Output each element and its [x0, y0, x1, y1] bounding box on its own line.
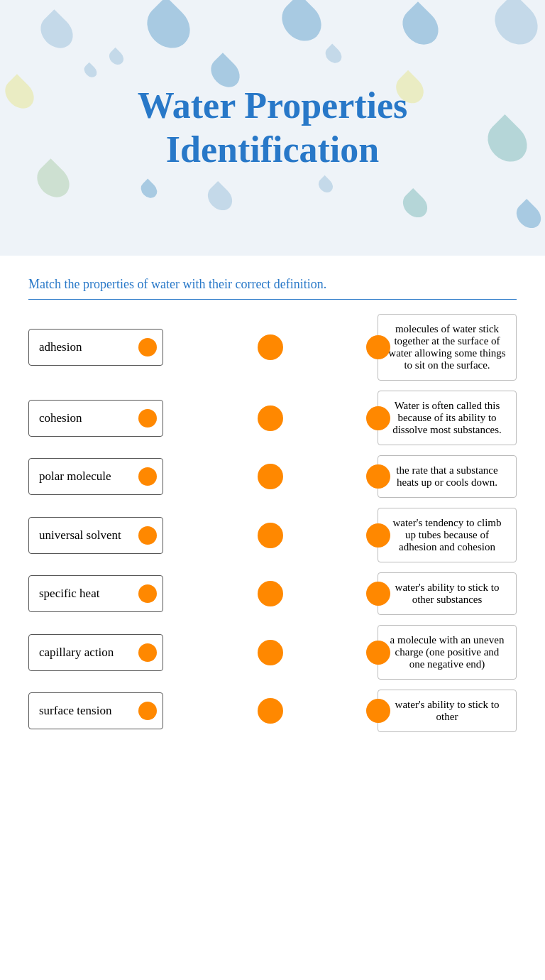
definition-text: water's tendency to climb up tubes becau…: [392, 517, 501, 552]
term-box[interactable]: cohesion: [28, 400, 163, 437]
center-connector-dot: [258, 640, 283, 665]
definition-box[interactable]: a molecule with an uneven charge (one po…: [378, 625, 517, 680]
water-drop-decoration: [138, 179, 160, 202]
water-drop-decoration: [274, 0, 329, 49]
water-drop-decoration: [203, 181, 237, 215]
term-box[interactable]: universal solvent: [28, 517, 163, 554]
connector-spacer: [163, 405, 378, 431]
water-drop-decoration: [0, 74, 40, 114]
match-row: specific heatwater's ability to stick to…: [28, 572, 517, 615]
definition-text: Water is often called this because of it…: [392, 400, 502, 435]
header: Water Properties Identification: [0, 0, 545, 256]
term-label: capillary action: [39, 646, 114, 660]
term-label: universal solvent: [39, 528, 121, 543]
definition-box[interactable]: water's ability to stick to other: [378, 690, 517, 732]
center-connector-dot: [258, 523, 283, 548]
center-connector-dot: [258, 698, 283, 724]
term-connector-dot: [138, 702, 157, 720]
term-label: surface tension: [39, 704, 111, 718]
content-area: Match the properties of water with their…: [0, 256, 545, 980]
term-box[interactable]: surface tension: [28, 692, 163, 729]
water-drop-decoration: [486, 0, 545, 53]
def-connector-dot: [366, 464, 390, 489]
matching-container: adhesionmolecules of water stick togethe…: [28, 314, 517, 742]
definition-text: a molecule with an uneven charge (one po…: [390, 634, 505, 670]
term-connector-dot: [138, 409, 157, 428]
connector-spacer: [163, 640, 378, 665]
water-drop-decoration: [480, 114, 535, 170]
connector-spacer: [163, 464, 378, 489]
center-connector-dot: [258, 581, 283, 606]
definition-box[interactable]: water's ability to stick to other substa…: [378, 572, 517, 615]
water-drop-decoration: [138, 0, 199, 57]
water-drop-decoration: [82, 62, 99, 80]
definition-box[interactable]: water's tendency to climb up tubes becau…: [378, 508, 517, 562]
term-connector-dot: [138, 584, 157, 603]
water-drop-decoration: [316, 175, 336, 195]
definition-text: water's ability to stick to other substa…: [395, 582, 500, 605]
match-row: universal solventwater's tendency to cli…: [28, 508, 517, 562]
center-connector-dot: [258, 405, 283, 431]
water-drop-decoration: [34, 9, 79, 55]
match-row: surface tensionwater's ability to stick …: [28, 690, 517, 732]
term-connector-dot: [138, 643, 157, 662]
water-drop-decoration: [398, 188, 432, 222]
match-row: capillary actiona molecule with an uneve…: [28, 625, 517, 680]
connector-spacer: [163, 698, 378, 724]
def-connector-dot: [366, 641, 390, 665]
water-drop-decoration: [106, 48, 126, 67]
def-connector-dot: [366, 582, 390, 606]
water-drop-decoration: [512, 199, 545, 233]
match-row: polar moleculethe rate that a substance …: [28, 455, 517, 498]
definition-text: molecules of water stick together at the…: [388, 323, 505, 371]
water-drop-decoration: [395, 1, 446, 52]
def-connector-dot: [366, 335, 390, 359]
term-label: adhesion: [39, 340, 82, 354]
term-box[interactable]: polar molecule: [28, 458, 163, 495]
term-connector-dot: [138, 526, 157, 545]
definition-text: water's ability to stick to other: [395, 699, 500, 722]
page-title: Water Properties Identification: [138, 84, 408, 173]
term-label: polar molecule: [39, 469, 111, 484]
connector-spacer: [163, 581, 378, 606]
term-box[interactable]: capillary action: [28, 634, 163, 671]
match-row: cohesionWater is often called this becau…: [28, 391, 517, 445]
definition-box[interactable]: the rate that a substance heats up or co…: [378, 455, 517, 498]
def-connector-dot: [366, 523, 390, 548]
term-connector-dot: [138, 338, 157, 356]
term-label: specific heat: [39, 587, 99, 601]
def-connector-dot: [366, 406, 390, 430]
water-drop-decoration: [31, 158, 76, 204]
def-connector-dot: [366, 699, 390, 723]
water-drop-decoration: [322, 44, 345, 67]
term-box[interactable]: specific heat: [28, 575, 163, 612]
match-row: adhesionmolecules of water stick togethe…: [28, 314, 517, 381]
center-connector-dot: [258, 464, 283, 489]
definition-box[interactable]: Water is often called this because of it…: [378, 391, 517, 445]
center-connector-dot: [258, 334, 283, 360]
definition-box[interactable]: molecules of water stick together at the…: [378, 314, 517, 381]
connector-spacer: [163, 334, 378, 360]
term-label: cohesion: [39, 411, 82, 425]
instructions: Match the properties of water with their…: [28, 277, 517, 300]
term-box[interactable]: adhesion: [28, 329, 163, 366]
connector-spacer: [163, 523, 378, 548]
definition-text: the rate that a substance heats up or co…: [396, 464, 497, 488]
term-connector-dot: [138, 467, 157, 486]
